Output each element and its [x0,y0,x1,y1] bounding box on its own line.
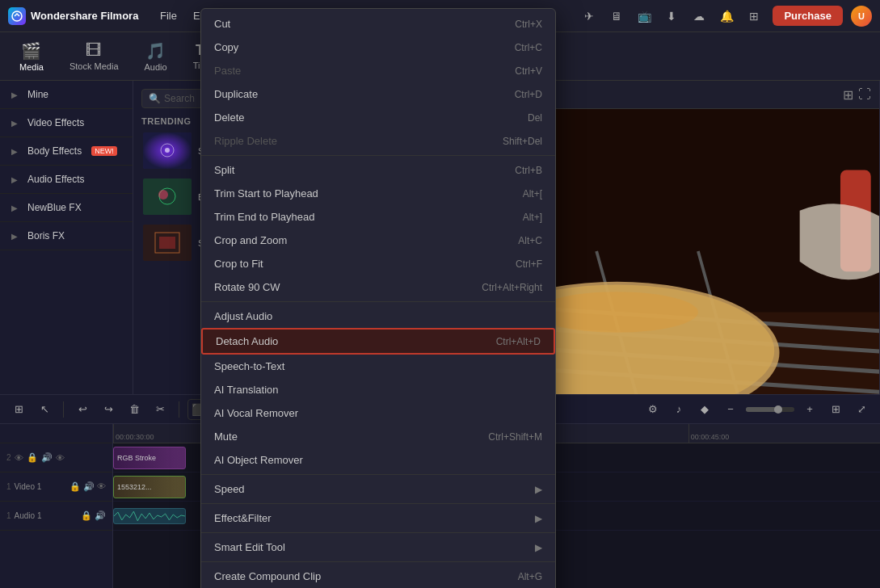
ctx-crop-to-fit-shortcut: Ctrl+F [516,258,542,270]
sidebar-item-mine[interactable]: ▶ Mine [0,81,133,109]
ctx-separator [201,301,555,302]
avatar[interactable]: U [851,6,872,27]
multi-track-button[interactable]: ⊞ [825,399,846,420]
tv-icon[interactable]: 📺 [634,6,655,27]
arrow-icon: ▶ [11,204,18,212]
sidebar-item-body-effects[interactable]: ▶ Body Effects NEW! [0,137,133,166]
purchase-button[interactable]: Purchase [773,6,843,26]
ctx-ai-object-remover[interactable]: AI Object Remover [201,448,555,472]
track-audio-icon[interactable]: 🔊 [95,510,106,521]
fullscreen-icon[interactable]: ⛶ [858,87,871,103]
undo-button[interactable]: ↩ [72,399,93,420]
timeline-track-labels: 2 👁 🔒 🔊 👁 1 Video 1 🔒 🔊 👁 1 Audio 1 [0,424,113,588]
screen-icon[interactable]: 🖥 [606,6,627,27]
track-label-video1: 1 Video 1 🔒 🔊 👁 [0,472,112,502]
ctx-rotate-90cw-shortcut: Ctrl+Alt+Right [482,282,542,293]
ctx-trim-start[interactable]: Trim Start to Playhead Alt+[ [201,182,555,205]
ctx-rotate-90cw[interactable]: Rotate 90 CW Ctrl+Alt+Right [201,275,555,299]
ctx-trim-end[interactable]: Trim End to Playhead Alt+] [201,205,555,229]
ctx-paste-shortcut: Ctrl+V [515,65,542,77]
ctx-ai-vocal-remover[interactable]: AI Vocal Remover [201,401,555,425]
menu-file[interactable]: File [154,7,183,24]
cursor-button[interactable]: ↖ [34,399,55,420]
upload-icon[interactable]: ☁ [688,6,709,27]
share-icon[interactable]: ✈ [579,6,600,27]
ctx-crop-and-zoom-shortcut: Alt+C [518,235,542,246]
timeline-settings-button[interactable]: ⚙ [642,399,663,420]
arrow-icon: ▶ [11,175,18,184]
zoom-out-button[interactable]: − [720,399,741,420]
ctx-create-compound-clip[interactable]: Create Compound Clip Alt+G [201,565,555,588]
timeline-clip-rgb[interactable]: RGB Stroke [113,447,186,469]
media-icon: 🎬 [21,41,41,61]
bell-icon[interactable]: 🔔 [716,6,737,27]
timeline-clip-video[interactable]: 1553212... [113,476,186,498]
zoom-in-button[interactable]: + [799,399,820,420]
ctx-cut[interactable]: Cut Ctrl+X [201,12,555,36]
ctx-speech-to-text[interactable]: Speech-to-Text [201,355,555,378]
track-label-video2: 2 👁 🔒 🔊 👁 [0,443,112,472]
ctx-duplicate-shortcut: Ctrl+D [515,89,542,100]
sidebar-item-body-effects-label: Body Effects [27,145,82,157]
app-name: Wondershare Filmora [31,10,138,22]
audio-icon: 🎵 [145,41,166,61]
audio-toggle-button[interactable]: ♪ [668,399,689,420]
cut-button[interactable]: ✂ [149,399,171,420]
sidebar-item-newblue-fx[interactable]: ▶ NewBlue FX [0,194,133,222]
ctx-copy-label: Copy [214,41,238,53]
ctx-delete[interactable]: Delete Del [201,106,555,129]
ctx-ai-translation[interactable]: AI Translation [201,378,555,401]
track-eye-icon[interactable]: 👁 [97,481,106,492]
track-lock-icon[interactable]: 🔒 [27,452,38,463]
ctx-crop-to-fit[interactable]: Crop to Fit Ctrl+F [201,252,555,275]
ctx-detach-audio[interactable]: Detach Audio Ctrl+Alt+D [201,328,555,355]
ctx-adjust-audio[interactable]: Adjust Audio [201,304,555,328]
timeline-clip-audio[interactable] [113,508,186,524]
tab-media[interactable]: 🎬 Media [8,36,55,77]
ctx-split[interactable]: Split Ctrl+B [201,158,555,182]
delete-button[interactable]: 🗑 [124,399,145,420]
ctx-create-compound-clip-label: Create Compound Clip [214,570,321,582]
sidebar-item-audio-effects[interactable]: ▶ Audio Effects [0,166,133,194]
tab-stock-media[interactable]: 🎞 Stock Media [58,36,130,76]
download-icon[interactable]: ⬇ [661,6,682,27]
track-eye-icon[interactable]: 👁 [15,453,23,463]
tab-audio-label: Audio [145,62,167,72]
track-lock-icon[interactable]: 🔒 [81,510,92,521]
track-num: 2 [6,453,11,462]
ctx-mute[interactable]: Mute Ctrl+Shift+M [201,425,555,448]
sidebar-item-video-effects[interactable]: ▶ Video Effects [0,109,133,137]
ctx-mute-label: Mute [214,430,238,443]
track-audio-icon[interactable]: 🔊 [41,452,53,463]
track-audio-icon[interactable]: 🔊 [83,481,95,492]
sidebar-item-video-effects-label: Video Effects [27,117,84,128]
sidebar-item-audio-effects-label: Audio Effects [27,174,85,185]
ctx-speed[interactable]: Speed ▶ [201,477,555,501]
grid-icon[interactable]: ⊞ [743,6,764,27]
sidebar-item-newblue-fx-label: NewBlue FX [27,202,82,213]
ctx-duplicate[interactable]: Duplicate Ctrl+D [201,82,555,106]
ctx-copy[interactable]: Copy Ctrl+C [201,36,555,59]
audio-waveform [114,508,185,524]
ctx-ai-translation-label: AI Translation [214,384,279,396]
layout-grid-button[interactable]: ⊞ [8,399,29,420]
expand-button[interactable]: ⤢ [851,399,872,420]
app-logo: Wondershare Filmora [8,7,145,25]
top-icons: ✈ 🖥 📺 ⬇ ☁ 🔔 ⊞ [579,6,764,27]
keyframe-button[interactable]: ◆ [694,399,715,420]
ctx-cut-shortcut: Ctrl+X [515,19,542,30]
ctx-smart-edit-tool[interactable]: Smart Edit Tool ▶ [201,536,555,559]
ctx-duplicate-label: Duplicate [214,88,258,100]
redo-button[interactable]: ↪ [98,399,119,420]
split-view-icon[interactable]: ⊞ [843,87,853,103]
zoom-slider[interactable] [746,407,794,412]
svg-point-6 [158,190,168,200]
ctx-cut-label: Cut [214,18,230,30]
ctx-effect-filter[interactable]: Effect&Filter ▶ [201,506,555,530]
track-vis-icon[interactable]: 👁 [56,453,65,463]
ctx-crop-and-zoom[interactable]: Crop and Zoom Alt+C [201,229,555,252]
sidebar-item-boris-fx[interactable]: ▶ Boris FX [0,222,133,250]
ctx-delete-shortcut: Del [528,112,542,124]
tab-audio[interactable]: 🎵 Audio [133,36,179,77]
track-lock-icon[interactable]: 🔒 [69,481,81,492]
